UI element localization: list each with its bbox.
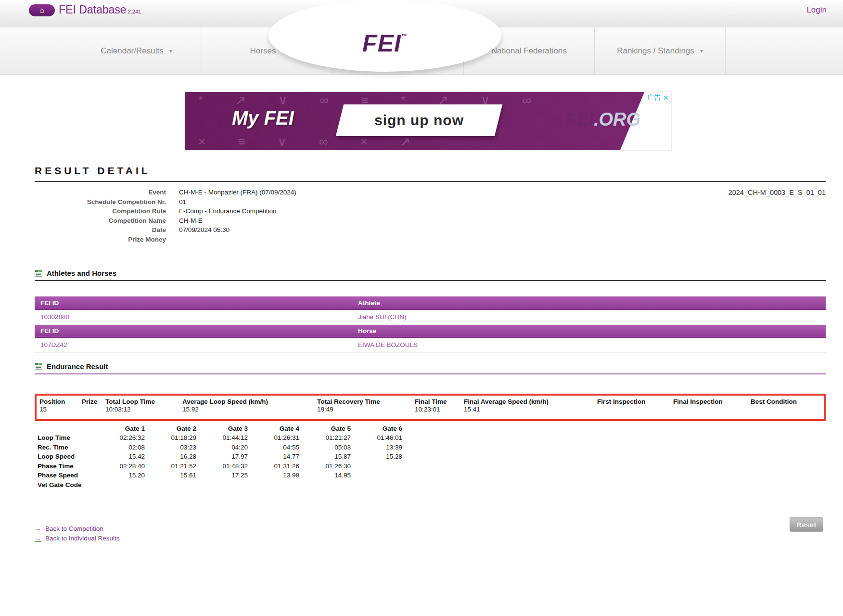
detail-row: Date 07/09/2024 05:30 xyxy=(35,225,826,235)
login-link[interactable]: Login xyxy=(806,5,827,15)
gate-cell: 04:55 xyxy=(248,443,299,452)
gate-cell: 02:08 xyxy=(93,443,145,452)
gate-cell: 01:48:32 xyxy=(196,462,248,471)
gates-row-phase-speed: Phase Speed 15.20 15.61 17.25 13.98 14.9… xyxy=(35,471,402,480)
gate-cell xyxy=(351,462,402,471)
ad-tag: 广告 × xyxy=(647,93,668,102)
detail-label: Competition Rule xyxy=(35,206,166,216)
detail-label: Schedule Competition Nr. xyxy=(35,197,166,207)
nav-label: Rankings / Standings xyxy=(617,46,694,56)
reset-button[interactable]: Reset xyxy=(790,517,823,532)
gate-cell: 01:26:31 xyxy=(248,433,299,443)
summary-value-row: 15 10:03:12 15.92 19:49 10:23:01 15.41 xyxy=(37,405,824,419)
summary-value xyxy=(594,405,670,419)
nav-item-rankings-standings[interactable]: Rankings / Standings ▾ xyxy=(595,27,726,75)
gates-row-phase-time: Phase Time 02:28:40 01:21:52 01:48:32 01… xyxy=(35,462,402,471)
ad-headline: My FEI xyxy=(232,107,294,129)
gate-row-label: Phase Speed xyxy=(35,471,93,480)
gates-row-loop-speed: Loop Speed 15.42 16.28 17.97 14.77 15.87… xyxy=(35,452,402,462)
detail-value: 01 xyxy=(179,197,186,207)
ad-close-icon[interactable]: × xyxy=(663,94,668,101)
athlete-name-link[interactable]: Jiahe SUI (CHN) xyxy=(352,309,826,324)
gate-cell xyxy=(299,480,351,490)
table-icon xyxy=(35,363,42,370)
summary-value: 10:23:01 xyxy=(412,405,461,419)
detail-label: Competition Name xyxy=(35,216,166,226)
summary-header: Position xyxy=(37,396,79,405)
ad-tag-label: 广告 xyxy=(647,93,661,102)
gate-corner-cell xyxy=(35,424,93,434)
gates-row-vet-gate-code: Vet Gate Code xyxy=(35,480,402,490)
fei-org-logo: FEI.ORG xyxy=(565,109,640,130)
gate-row-label: Vet Gate Code xyxy=(35,480,93,490)
summary-header: Final Time xyxy=(412,396,461,405)
trademark-symbol: ™ xyxy=(401,33,408,39)
nav-label: Horses xyxy=(250,46,276,56)
summary-value: 15.41 xyxy=(461,405,594,419)
nav-label: Calendar/Results xyxy=(101,46,163,56)
gate-row-label: Rec. Time xyxy=(35,443,93,452)
link-label: Back to Individual Results xyxy=(45,534,120,543)
nav-item-calendar-results[interactable]: Calendar/Results ▾ xyxy=(71,27,202,75)
gate-row-label: Phase Time xyxy=(35,462,93,471)
summary-value: 15 xyxy=(37,405,79,419)
table-row: 107DZ42 EIWA DE BOZOULS xyxy=(35,337,826,352)
gate-cell: 14.77 xyxy=(248,452,299,462)
summary-value xyxy=(670,405,748,419)
fei-id-header: FEI ID xyxy=(35,324,352,337)
gate-cell: 01:21:52 xyxy=(145,462,196,471)
horse-fei-id-link[interactable]: 107DZ42 xyxy=(35,337,352,352)
summary-header: First Inspection xyxy=(594,396,670,405)
gate-cell: 01:31:26 xyxy=(248,462,299,471)
back-to-individual-results-link[interactable]: → Back to Individual Results xyxy=(35,534,826,543)
summary-header: Final Average Speed (km/h) xyxy=(461,396,594,405)
gate-cell: 02:26:32 xyxy=(93,433,145,443)
gate-cell: 01:46:01 xyxy=(351,433,402,443)
fei-id-header: FEI ID xyxy=(35,296,352,309)
gate-column-header: Gate 2 xyxy=(145,424,196,434)
ad-banner[interactable]: * ↗ ∨ ∞ ≡ * ↗ ∨ ∞ × ≡ ∨ ∞ × ↗ My FEI sig… xyxy=(184,91,672,151)
gate-column-header: Gate 4 xyxy=(248,424,299,434)
table-icon xyxy=(35,270,42,277)
gate-cell xyxy=(93,480,145,490)
page-title: RESULT DETAIL xyxy=(35,165,826,182)
gate-cell: 01:18:29 xyxy=(145,433,196,443)
result-reference-code: 2024_CH-M_0003_E_S_01_01 xyxy=(728,188,826,198)
detail-label: Date xyxy=(35,225,166,235)
summary-value xyxy=(79,405,102,419)
gate-cell xyxy=(351,471,402,480)
summary-header: Prize xyxy=(79,396,102,405)
main-nav: Calendar/Results ▾ Horses ▾ Persons ▾ Na… xyxy=(0,27,843,75)
home-icon: ⌂ xyxy=(39,6,44,15)
horse-name-link[interactable]: EIWA DE BOZOULS xyxy=(352,337,826,352)
result-summary-highlight-box: Position Prize Total Loop Time Average L… xyxy=(35,394,826,421)
detail-value: E-Comp - Endurance Competition xyxy=(179,206,277,216)
gate-cell xyxy=(248,480,299,490)
summary-value: 10:03:12 xyxy=(102,405,179,419)
gate-cell: 15.87 xyxy=(299,452,351,462)
gate-cell xyxy=(145,480,196,490)
back-to-competition-link[interactable]: → Back to Competition xyxy=(35,524,826,534)
gates-row-rec-time: Rec. Time 02:08 03:23 04:20 04:55 05:03 … xyxy=(35,443,402,452)
section-title: Endurance Result xyxy=(47,362,108,371)
summary-header: Average Loop Speed (km/h) xyxy=(179,396,314,405)
gate-cell: 03:23 xyxy=(145,443,196,452)
table-header-row: FEI ID Athlete xyxy=(35,296,826,309)
arrow-right-icon: → xyxy=(35,526,41,532)
main-content: RESULT DETAIL 2024_CH-M_0003_E_S_01_01 E… xyxy=(35,165,826,543)
ad-signup-button[interactable]: sign up now xyxy=(336,104,502,136)
chevron-down-icon: ▾ xyxy=(169,48,172,54)
gate-cell: 15.61 xyxy=(145,471,196,480)
page-footer: → Back to Competition → Back to Individu… xyxy=(35,524,826,543)
summary-header: Final Inspection xyxy=(670,396,748,405)
summary-header: Total Recovery Time xyxy=(314,396,412,405)
summary-header: Total Loop Time xyxy=(102,396,179,405)
gate-cell: 17.25 xyxy=(196,471,248,480)
chevron-down-icon: ▾ xyxy=(700,48,703,54)
gate-cell: 17.97 xyxy=(196,452,248,462)
athlete-fei-id-link[interactable]: 10302880 xyxy=(35,309,352,324)
home-button[interactable]: ⌂ xyxy=(29,4,55,16)
nav-label: National Federations xyxy=(491,46,567,56)
gate-cell: 16.28 xyxy=(145,452,196,462)
site-header: Calendar/Results ▾ Horses ▾ Persons ▾ Na… xyxy=(0,0,843,75)
